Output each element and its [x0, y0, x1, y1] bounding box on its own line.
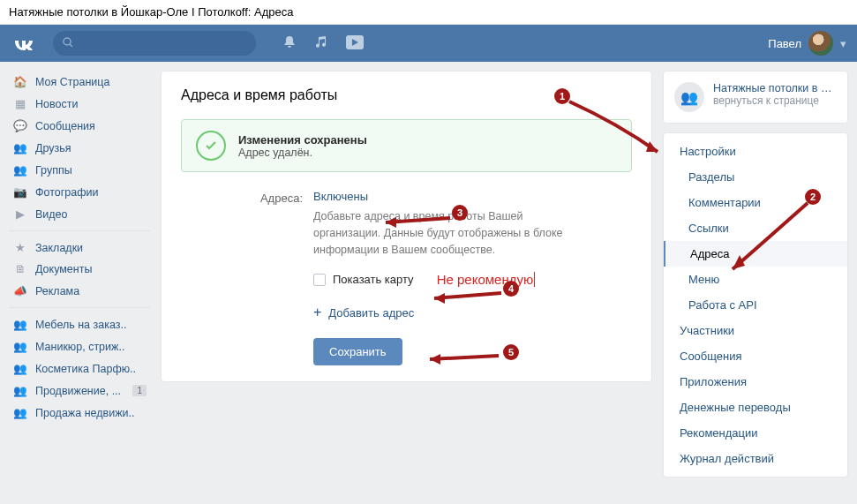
nav-label: Продвижение, ...: [35, 385, 121, 397]
music-icon[interactable]: [314, 35, 328, 52]
settings-nav-item[interactable]: Рекомендации: [664, 420, 847, 446]
sidebar-item[interactable]: ▶Видео: [9, 203, 150, 225]
show-map-label: Показать карту: [333, 273, 414, 286]
group-avatar-icon: 👥: [674, 82, 704, 112]
sidebar-item[interactable]: ★Закладки: [9, 237, 150, 259]
nav-icon: 👥: [12, 406, 28, 419]
addresses-toggle[interactable]: Включены: [313, 190, 368, 203]
topbar: Павел ▾: [0, 25, 857, 62]
plus-icon: +: [313, 305, 321, 320]
sidebar-item[interactable]: 👥Группы: [9, 159, 150, 181]
nav-badge: 1: [132, 385, 147, 396]
alert-subtitle: Адрес удалён.: [238, 147, 367, 159]
search-input[interactable]: [53, 31, 256, 56]
browser-title: Натяжные потолки в Йошкар-Оле I Потолкоf…: [0, 0, 857, 25]
settings-nav-item[interactable]: Ссылки: [664, 215, 847, 241]
sidebar-item[interactable]: 👥Маникюр, стриж..: [9, 335, 150, 357]
sidebar-item[interactable]: 👥Продвижение, ...1: [9, 380, 150, 402]
nav-icon: ★: [12, 241, 28, 254]
avatar: [808, 31, 833, 56]
nav-label: Новости: [35, 98, 78, 110]
group-header[interactable]: 👥 Натяжные потолки в Йо… вернуться к стр…: [663, 71, 848, 124]
svg-line-1: [70, 44, 72, 47]
sidebar-item[interactable]: 🏠Моя Страница: [9, 71, 150, 93]
svg-point-0: [64, 38, 71, 45]
nav-label: Друзья: [35, 142, 71, 154]
nav-icon: 👥: [12, 384, 28, 397]
nav-label: Документы: [35, 263, 92, 275]
chevron-down-icon: ▾: [840, 37, 846, 50]
settings-nav-item[interactable]: Денежные переводы: [664, 395, 847, 420]
sidebar-item[interactable]: 📷Фотографии: [9, 181, 150, 203]
nav-label: Косметика Парфю..: [35, 363, 136, 375]
settings-nav-item[interactable]: Разделы: [664, 164, 847, 190]
right-nav: НастройкиРазделыКомментарииСсылкиАдресаМ…: [663, 132, 848, 478]
nav-icon: 📣: [12, 284, 28, 297]
settings-nav-item[interactable]: Работа с API: [664, 292, 847, 318]
page-title: Адреса и время работы: [181, 87, 632, 103]
nav-icon: 📷: [12, 185, 28, 199]
nav-icon: 💬: [12, 119, 28, 132]
nav-icon: 🏠: [12, 75, 28, 88]
sidebar-item[interactable]: 👥Косметика Парфю..: [9, 357, 150, 380]
nav-icon: 👥: [12, 163, 28, 177]
nav-label: Реклама: [35, 285, 79, 297]
nav-label: Фотографии: [35, 186, 98, 199]
group-back-link[interactable]: вернуться к странице: [713, 94, 837, 107]
settings-nav-item[interactable]: Сообщения: [664, 343, 847, 369]
nav-label: Мебель на заказ..: [35, 319, 126, 331]
left-sidebar: 🏠Моя Страница▦Новости💬Сообщения👥Друзья👥Г…: [9, 71, 150, 478]
sidebar-item[interactable]: 👥Продажа недвижи..: [9, 402, 150, 424]
settings-nav-item[interactable]: Адреса: [664, 241, 847, 267]
nav-label: Продажа недвижи..: [35, 407, 134, 419]
annotation-text: Не рекомендую: [437, 272, 534, 287]
nav-label: Видео: [35, 208, 68, 221]
nav-icon: ▶: [12, 207, 28, 221]
alert-success: Изменения сохранены Адрес удалён.: [181, 119, 632, 172]
alert-title: Изменения сохранены: [238, 133, 367, 147]
nav-icon: 👥: [12, 318, 28, 331]
sidebar-item[interactable]: 🗎Документы: [9, 259, 150, 280]
nav-label: Маникюр, стриж..: [35, 341, 124, 353]
user-name: Павел: [768, 37, 801, 50]
main-card: Адреса и время работы Изменения сохранен…: [161, 71, 652, 382]
nav-label: Сообщения: [35, 120, 95, 132]
bell-icon[interactable]: [282, 35, 297, 52]
settings-nav-item[interactable]: Журнал действий: [664, 446, 847, 471]
vk-logo-icon[interactable]: [11, 36, 35, 50]
nav-label: Группы: [35, 164, 72, 177]
sidebar-item[interactable]: 👥Мебель на заказ..: [9, 313, 150, 335]
add-address-label: Добавить адрес: [328, 306, 414, 320]
addresses-label: Адреса:: [181, 190, 313, 287]
nav-label: Моя Страница: [35, 76, 109, 88]
nav-icon: 👥: [12, 141, 28, 154]
settings-nav-item[interactable]: Меню: [664, 267, 847, 292]
sidebar-item[interactable]: 📣Реклама: [9, 280, 150, 302]
sidebar-item[interactable]: 💬Сообщения: [9, 115, 150, 137]
nav-icon: 🗎: [12, 263, 28, 275]
settings-nav-item[interactable]: Приложения: [664, 369, 847, 395]
search-icon: [62, 36, 74, 51]
nav-icon: 👥: [12, 362, 28, 375]
play-icon[interactable]: [346, 35, 364, 52]
settings-nav-item[interactable]: Комментарии: [664, 190, 847, 215]
sidebar-item[interactable]: 👥Друзья: [9, 137, 150, 159]
sidebar-item[interactable]: ▦Новости: [9, 93, 150, 115]
addresses-hint: Добавьте адреса и время работы Вашей орг…: [313, 208, 578, 258]
check-circle-icon: [196, 131, 226, 161]
settings-nav-item[interactable]: Участники: [664, 318, 847, 343]
nav-icon: 👥: [12, 340, 28, 353]
nav-label: Закладки: [35, 242, 83, 254]
settings-nav-item[interactable]: Настройки: [664, 139, 847, 164]
search-wrap: [53, 31, 256, 56]
save-button[interactable]: Сохранить: [313, 338, 402, 365]
show-map-checkbox[interactable]: [313, 274, 326, 286]
nav-icon: ▦: [12, 97, 28, 110]
group-name: Натяжные потолки в Йо…: [713, 82, 837, 94]
profile-menu[interactable]: Павел ▾: [768, 31, 846, 56]
add-address-button[interactable]: + Добавить адрес: [313, 305, 632, 320]
